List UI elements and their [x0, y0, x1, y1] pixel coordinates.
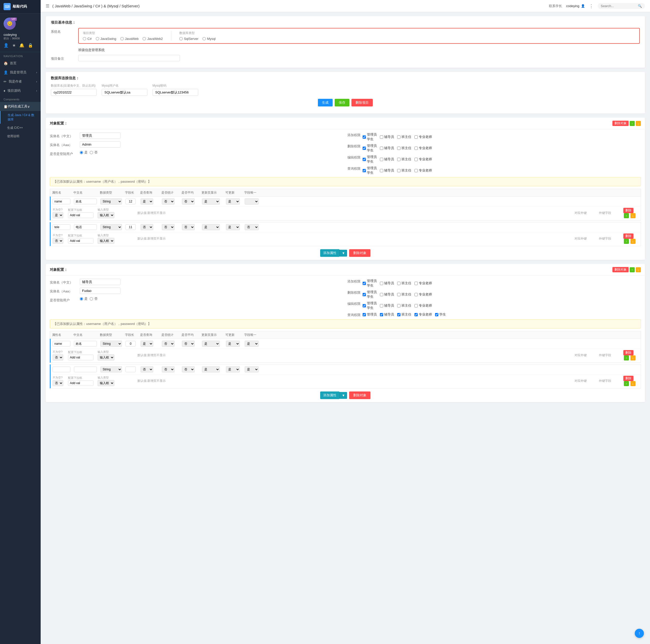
- is-avg-select-1-1[interactable]: 否是: [182, 198, 195, 204]
- perm-del-counselor-1[interactable]: 辅导员: [380, 146, 394, 150]
- is-login-no-2[interactable]: 否: [90, 297, 98, 301]
- perm-del-admin-2[interactable]: 管理员学生: [363, 290, 377, 299]
- save-button[interactable]: 保存: [335, 99, 350, 107]
- updatable-select-2-1[interactable]: 是否: [226, 341, 240, 347]
- attr-1-1-down-button[interactable]: ↓: [630, 213, 636, 218]
- attr-type-select-1-2[interactable]: StringInteger: [100, 224, 122, 230]
- sidebar-item-source[interactable]: ♦ 项目源码 ›: [0, 86, 41, 95]
- config-dd-input-1-1[interactable]: [68, 213, 94, 218]
- attr-cn-input-2-1[interactable]: [74, 341, 97, 346]
- update-disp-select-2-1[interactable]: 是否: [202, 341, 220, 347]
- perm-query-teacher-2[interactable]: 专业老师: [414, 312, 432, 317]
- attr-2-1-down-button[interactable]: ↓: [630, 355, 636, 361]
- attr-type-select-1-1[interactable]: StringIntegerDoubleDate: [100, 198, 122, 204]
- is-stat-select-1-1[interactable]: 否是: [162, 198, 175, 204]
- menu-icon[interactable]: ☰: [46, 4, 49, 8]
- perm-edit-counselor-2[interactable]: 辅导员: [380, 303, 394, 308]
- topbar-user[interactable]: codeying 👤: [566, 4, 585, 8]
- contact-link[interactable]: 联系学长: [549, 4, 562, 8]
- perm-add-teacher-2[interactable]: 专业老师: [414, 281, 432, 286]
- sidebar-sub-usage[interactable]: 使用说明: [0, 132, 41, 141]
- is-stat-select-1-2[interactable]: 否是: [162, 224, 175, 230]
- obj-2-down-button[interactable]: ↓: [636, 267, 641, 272]
- attr-len-input-2-2[interactable]: [125, 367, 136, 372]
- delete-obj-2-button[interactable]: 删除对象: [612, 267, 629, 272]
- add-attr-dropdown-2-button[interactable]: ▼: [339, 392, 347, 399]
- add-attr-2-button[interactable]: 添加属性: [320, 391, 339, 399]
- is-login-no-1[interactable]: 否: [90, 150, 98, 155]
- db-name-input[interactable]: [51, 89, 97, 96]
- attr-name-input-2-2[interactable]: [52, 367, 70, 372]
- notification-icon[interactable]: 🔔: [19, 43, 25, 48]
- input-type-select-1-2[interactable]: 输入框下拉框: [98, 238, 114, 244]
- config-dd-input-1-2[interactable]: [68, 238, 94, 243]
- is-avg-select-2-2[interactable]: 否: [182, 366, 195, 372]
- sidebar-sub-gen-cpp[interactable]: 生成 C/C++: [0, 124, 41, 132]
- perm-edit-homeroom-1[interactable]: 班主任: [397, 157, 411, 161]
- obj-1-up-button[interactable]: ↑: [630, 121, 635, 126]
- updatable-select-2-2[interactable]: 是: [226, 366, 240, 372]
- profile-icon[interactable]: 👤: [4, 43, 9, 48]
- unique-select-2-1[interactable]: 是否: [245, 341, 259, 347]
- entity-cn-input-2[interactable]: [80, 279, 120, 285]
- sidebar-item-author[interactable]: ✏ 我是作者 ›: [0, 77, 41, 86]
- perm-add-homeroom-2[interactable]: 班主任: [397, 281, 411, 286]
- attr-len-input-1-1[interactable]: [125, 199, 136, 204]
- perm-query-counselor-2[interactable]: 辅导员: [380, 312, 394, 317]
- delete-obj-1-button[interactable]: 删除对象: [612, 121, 629, 126]
- perm-add-counselor-2[interactable]: 辅导员: [380, 281, 394, 286]
- entity-aaa-input-1[interactable]: [80, 141, 120, 148]
- perm-del-homeroom-2[interactable]: 班主任: [397, 292, 411, 297]
- attr-1-2-up-button[interactable]: ↑: [624, 239, 629, 244]
- not-null-select-1-2[interactable]: 否是: [52, 238, 63, 244]
- perm-edit-admin-2[interactable]: 管理员学生: [363, 301, 377, 310]
- update-disp-select-1-1[interactable]: 是否: [202, 198, 220, 204]
- entity-aaa-input-2[interactable]: [80, 288, 120, 294]
- radio-csharp[interactable]: C#: [83, 37, 92, 41]
- attr-2-2-up-button[interactable]: ↑: [624, 381, 629, 386]
- search-input[interactable]: [601, 4, 636, 8]
- perm-edit-teacher-2[interactable]: 专业老师: [414, 303, 432, 308]
- delete-attr-2-1-button[interactable]: 删除: [623, 350, 634, 355]
- not-null-select-2-2[interactable]: 否: [52, 380, 63, 386]
- input-type-select-2-1[interactable]: 输入框: [98, 354, 114, 361]
- sidebar-sub-gen-java[interactable]: 生成 Java / C# & 数据库: [0, 111, 41, 124]
- perm-add-counselor-1[interactable]: 辅导员: [380, 135, 394, 139]
- input-type-select-1-1[interactable]: 输入框下拉框: [98, 212, 114, 218]
- delete-attr-2-2-button[interactable]: 删除: [623, 376, 634, 381]
- is-login-yes-1[interactable]: 是: [80, 150, 88, 155]
- perm-add-admin-2[interactable]: 管理员学生: [363, 279, 377, 288]
- radio-mysql[interactable]: Mysql: [203, 37, 216, 41]
- scroll-to-top-button[interactable]: ↑: [635, 629, 644, 638]
- sidebar-item-admin[interactable]: 👤 我是管理员 ›: [0, 68, 41, 77]
- perm-add-teacher-1[interactable]: 专业老师: [414, 135, 432, 139]
- attr-1-2-down-button[interactable]: ↓: [630, 239, 636, 244]
- unique-select-2-2[interactable]: 是: [245, 366, 259, 372]
- sidebar-item-home[interactable]: 🏠 首页: [0, 59, 41, 68]
- unique-select-1-2[interactable]: 否是: [245, 224, 259, 230]
- perm-query-student-2[interactable]: 学生: [435, 312, 446, 317]
- attr-2-1-up-button[interactable]: ↑: [624, 355, 629, 361]
- attr-cn-input-2-2[interactable]: [74, 367, 97, 372]
- remarks-input[interactable]: [78, 55, 180, 61]
- attr-type-select-2-1[interactable]: String: [100, 341, 122, 347]
- is-query-select-2-2[interactable]: 否: [141, 366, 153, 372]
- perm-del-teacher-1[interactable]: 专业老师: [414, 146, 432, 150]
- perm-edit-admin-1[interactable]: 管理员学生: [363, 155, 377, 164]
- perm-add-admin-1[interactable]: 管理员学生: [363, 132, 377, 142]
- delete-obj-bottom-2-button[interactable]: 删除对象: [349, 391, 370, 399]
- perm-query-admin-1[interactable]: 管理员学生: [363, 166, 377, 175]
- attr-len-input-2-1[interactable]: [125, 341, 136, 346]
- is-avg-select-1-2[interactable]: 否是: [182, 224, 195, 230]
- is-avg-select-2-1[interactable]: 否是: [182, 341, 195, 347]
- obj-1-down-button[interactable]: ↓: [636, 121, 641, 126]
- perm-query-admin-2[interactable]: 管理员: [363, 312, 377, 317]
- mysql-user-input[interactable]: [102, 89, 147, 96]
- attr-name-input-1-2[interactable]: [52, 224, 70, 230]
- attr-cn-input-1-1[interactable]: [74, 199, 97, 204]
- is-query-select-1-2[interactable]: 否是: [141, 224, 153, 230]
- add-attr-1-button[interactable]: 添加属性: [320, 249, 339, 257]
- delete-project-button[interactable]: 删除项目: [352, 99, 373, 107]
- perm-edit-teacher-1[interactable]: 专业老师: [414, 157, 432, 161]
- attr-2-2-down-button[interactable]: ↓: [630, 381, 636, 386]
